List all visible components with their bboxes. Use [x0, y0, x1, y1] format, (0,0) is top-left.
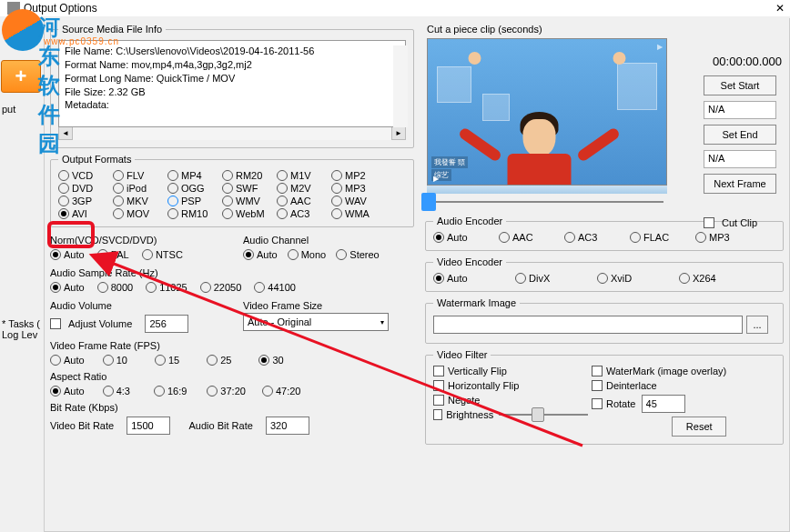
format-wma[interactable]: WMA — [331, 208, 386, 219]
source-info-text: File Name: C:\Users\lenovo\Videos\2019-0… — [58, 40, 406, 127]
browse-button[interactable]: ... — [746, 316, 768, 334]
format-aac[interactable]: AAC — [277, 196, 331, 206]
format-ipod[interactable]: iPod — [113, 183, 167, 194]
vflip-checkbox[interactable] — [433, 366, 444, 376]
audio-channel-label: Audio Channel — [243, 235, 380, 246]
watermark-checkbox[interactable] — [592, 366, 603, 376]
add-button[interactable]: + — [1, 60, 41, 93]
vfrate-15[interactable]: 15 — [155, 355, 179, 366]
format-swf[interactable]: SWF — [222, 183, 277, 194]
format-psp[interactable]: PSP — [167, 196, 222, 206]
scroll-left-icon[interactable]: ◄ — [58, 125, 73, 140]
format-mp3[interactable]: MP3 — [331, 183, 386, 194]
format-m2v[interactable]: M2V — [277, 183, 331, 194]
video-bitrate-input[interactable] — [127, 417, 170, 435]
aspect-3720[interactable]: 37:20 — [207, 386, 246, 396]
aspect-auto[interactable]: Auto — [50, 386, 85, 396]
format-mov[interactable]: MOV — [113, 208, 167, 219]
vfrate-30[interactable]: 30 — [258, 355, 283, 366]
achan-auto[interactable]: Auto — [243, 249, 278, 260]
frame-size-label: Video Frame Size — [243, 300, 389, 311]
format-ac3[interactable]: AC3 — [277, 208, 331, 219]
audio-encoder-legend: Audio Encoder — [433, 216, 506, 226]
format-dvd[interactable]: DVD — [58, 183, 113, 194]
chevron-down-icon: ▾ — [380, 318, 384, 326]
aspect-4720[interactable]: 47:20 — [262, 386, 301, 396]
video-filter: Video Filter Vertically Flip Horizontall… — [425, 349, 784, 445]
achan-stereo[interactable]: Stereo — [336, 249, 379, 260]
aenc-ac3[interactable]: AC3 — [564, 232, 630, 243]
format-3gp[interactable]: 3GP — [58, 196, 113, 206]
play-icon[interactable]: ▶ — [433, 175, 439, 183]
close-icon[interactable]: ✕ — [775, 2, 785, 15]
negate-checkbox[interactable] — [433, 395, 444, 406]
start-value: N/A — [704, 101, 776, 119]
format-webm[interactable]: WebM — [222, 208, 277, 219]
frame-size-select[interactable]: Auto - Original▾ — [243, 313, 389, 331]
srate-11025[interactable]: 11025 — [146, 282, 187, 293]
aenc-mp3[interactable]: MP3 — [695, 232, 761, 243]
window-icon — [7, 2, 20, 15]
format-vcd[interactable]: VCD — [58, 170, 113, 181]
norm-ntsc[interactable]: NTSC — [142, 249, 183, 260]
srate-22050[interactable]: 22050 — [200, 282, 242, 293]
format-rm20[interactable]: RM20 — [222, 170, 277, 181]
aspect-43[interactable]: 4:3 — [103, 386, 130, 396]
watermark-image: Watermark Image ... — [425, 297, 784, 344]
format-wmv[interactable]: WMV — [222, 196, 277, 206]
next-frame-button[interactable]: Next Frame — [704, 174, 776, 194]
format-mp2[interactable]: MP2 — [331, 170, 386, 181]
srate-8000[interactable]: 8000 — [97, 282, 133, 293]
aenc-aac[interactable]: AAC — [499, 232, 564, 243]
audio-bitrate-input[interactable] — [266, 417, 309, 435]
aspect-169[interactable]: 16:9 — [154, 386, 187, 396]
scrollbar-horizontal[interactable]: ◄ ► — [58, 125, 406, 140]
vfrate-auto[interactable]: Auto — [50, 355, 85, 366]
format-rm10[interactable]: RM10 — [167, 208, 222, 219]
brightness-checkbox[interactable] — [433, 409, 442, 420]
norm-pal[interactable]: PAL — [97, 249, 129, 260]
rotate-checkbox[interactable] — [592, 398, 603, 409]
format-ogg[interactable]: OGG — [167, 183, 222, 194]
vfrate-25[interactable]: 25 — [207, 355, 231, 366]
vfrate-10[interactable]: 10 — [103, 355, 127, 366]
venc-auto[interactable]: Auto — [433, 273, 515, 284]
set-end-button[interactable]: Set End — [704, 125, 776, 145]
cut-clip-checkbox[interactable] — [704, 217, 714, 228]
venc-x264[interactable]: X264 — [679, 273, 761, 284]
brightness-slider[interactable] — [499, 414, 588, 416]
format-m1v[interactable]: M1V — [277, 170, 331, 181]
video-preview[interactable]: ▶ 我發誓 頭 综艺 ▶ — [427, 38, 667, 186]
deinterlace-checkbox[interactable] — [592, 380, 603, 391]
aenc-flac[interactable]: FLAC — [630, 232, 695, 243]
video-encoder-legend: Video Encoder — [433, 256, 506, 267]
reset-button[interactable]: Reset — [672, 417, 726, 437]
volume-input[interactable] — [145, 315, 188, 333]
video-progress[interactable] — [427, 185, 667, 194]
venc-xvid[interactable]: XviD — [597, 273, 679, 284]
norm-auto[interactable]: Auto — [50, 249, 85, 260]
srate-44100[interactable]: 44100 — [254, 282, 296, 293]
frame-rate-label: Video Frame Rate (FPS) — [50, 340, 414, 351]
aenc-auto[interactable]: Auto — [433, 232, 499, 243]
format-wav[interactable]: WAV — [331, 196, 386, 206]
venc-divx[interactable]: DivX — [515, 273, 597, 284]
adjust-volume-checkbox[interactable] — [50, 318, 61, 329]
format-flv[interactable]: FLV — [113, 170, 167, 181]
rotate-input[interactable] — [642, 395, 685, 413]
aspect-ratio-label: Aspect Ratio — [50, 371, 414, 382]
hflip-checkbox[interactable] — [433, 380, 444, 391]
slider-thumb[interactable] — [421, 193, 436, 211]
source-media-info: Source Media File Info File Name: C:\Use… — [50, 24, 414, 148]
format-avi[interactable]: AVI — [58, 208, 113, 219]
clip-slider[interactable] — [427, 201, 663, 203]
srate-auto[interactable]: Auto — [50, 282, 85, 293]
scroll-right-icon[interactable]: ► — [391, 125, 406, 140]
scrollbar-vertical[interactable] — [393, 45, 408, 127]
achan-mono[interactable]: Mono — [288, 249, 327, 260]
format-mkv[interactable]: MKV — [113, 196, 167, 206]
format-mp4[interactable]: MP4 — [167, 170, 222, 181]
watermark-path-input[interactable] — [433, 316, 743, 334]
video-tag-1: 我發誓 頭 — [431, 156, 468, 168]
set-start-button[interactable]: Set Start — [704, 75, 776, 95]
